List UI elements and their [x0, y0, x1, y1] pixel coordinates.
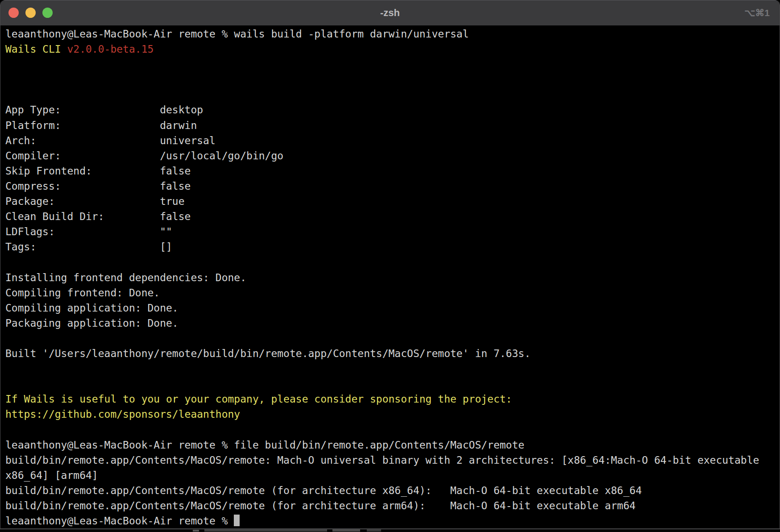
terminal-text-segment: Package: true — [5, 195, 185, 207]
terminal-text-segment: Built '/Users/leaanthony/remote/build/bi… — [5, 348, 531, 359]
terminal-window: -zsh ⌥⌘1 leaanthony@Leas-MacBook-Air rem… — [0, 0, 780, 529]
terminal-line: Platform: darwin — [5, 118, 776, 133]
terminal-line: Built '/Users/leaanthony/remote/build/bi… — [5, 346, 776, 361]
terminal-line: Packaging application: Done. — [5, 316, 776, 331]
terminal-line — [5, 422, 776, 437]
terminal-line: leaanthony@Leas-MacBook-Air remote % wai… — [5, 26, 776, 42]
terminal-line — [5, 361, 776, 376]
terminal-text-segment: Packaging application: Done. — [5, 317, 178, 329]
terminal-text-segment: Platform: darwin — [5, 120, 197, 131]
terminal-line: Compiling application: Done. — [5, 300, 776, 316]
background-artifact — [204, 529, 327, 532]
terminal-line — [5, 87, 776, 102]
terminal-line: Wails CLI v2.0.0-beta.15 — [5, 42, 776, 57]
terminal-text-segment: Compiling frontend: Done. — [5, 287, 160, 299]
terminal-line: leaanthony@Leas-MacBook-Air remote % — [5, 513, 776, 528]
terminal-text-segment: Skip Frontend: false — [5, 165, 191, 177]
terminal-line: build/bin/remote.app/Contents/MacOS/remo… — [5, 483, 776, 498]
terminal-text-segment: Clean Build Dir: false — [5, 211, 191, 222]
terminal-line: Compress: false — [5, 179, 776, 194]
titlebar[interactable]: -zsh ⌥⌘1 — [0, 0, 780, 26]
terminal-text-segment: Compiler: /usr/local/go/bin/go — [5, 150, 283, 162]
terminal-line: Tags: [] — [5, 239, 776, 254]
terminal-text-segment: build/bin/remote.app/Contents/MacOS/remo… — [5, 454, 765, 466]
terminal-text-segment: Wails CLI — [5, 43, 67, 55]
terminal-text-segment: build/bin/remote.app/Contents/MacOS/remo… — [5, 485, 642, 496]
terminal-line: Clean Build Dir: false — [5, 209, 776, 224]
terminal-line — [5, 57, 776, 72]
terminal-line: x86_64] [arm64] — [5, 468, 776, 483]
terminal-text-segment: Arch: universal — [5, 135, 216, 146]
terminal-line: Compiling frontend: Done. — [5, 285, 776, 300]
terminal-line — [5, 254, 776, 270]
terminal-text-segment: leaanthony@Leas-MacBook-Air remote % fil… — [5, 439, 524, 451]
window-shortcut-badge: ⌥⌘1 — [744, 0, 770, 25]
terminal-text-segment: Compress: false — [5, 180, 191, 192]
terminal-text-segment: v2.0.0-beta.15 — [67, 43, 154, 55]
terminal-text-segment: https://github.com/sponsors/leaanthony — [5, 408, 240, 420]
terminal-line: leaanthony@Leas-MacBook-Air remote % fil… — [5, 437, 776, 453]
terminal-text-segment: App Type: desktop — [5, 104, 203, 116]
terminal-line — [5, 376, 776, 391]
terminal-line: Arch: universal — [5, 133, 776, 148]
terminal-line: build/bin/remote.app/Contents/MacOS/remo… — [5, 498, 776, 513]
terminal-line — [5, 331, 776, 346]
background-artifact — [367, 529, 381, 532]
background-artifact — [193, 530, 199, 532]
terminal-line: LDFlags: "" — [5, 224, 776, 239]
background-artifact — [332, 529, 360, 532]
terminal-text-segment: leaanthony@Leas-MacBook-Air remote % wai… — [5, 28, 469, 40]
terminal-line: https://github.com/sponsors/leaanthony — [5, 407, 776, 422]
background-window-edge — [0, 529, 780, 532]
terminal-text-segment: If Wails is useful to you or your compan… — [5, 393, 512, 405]
cursor — [234, 515, 240, 526]
terminal-text-segment: LDFlags: "" — [5, 226, 172, 237]
terminal-line: Package: true — [5, 194, 776, 209]
terminal-line: Installing frontend dependencies: Done. — [5, 270, 776, 285]
terminal-line — [5, 72, 776, 87]
terminal-output[interactable]: leaanthony@Leas-MacBook-Air remote % wai… — [0, 25, 780, 528]
window-title: -zsh — [0, 0, 780, 25]
terminal-text-segment: x86_64] [arm64] — [5, 470, 98, 481]
terminal-line: Compiler: /usr/local/go/bin/go — [5, 148, 776, 163]
terminal-text-segment: Tags: [] — [5, 241, 172, 253]
terminal-line: Skip Frontend: false — [5, 163, 776, 179]
terminal-text-segment: Compiling application: Done. — [5, 302, 178, 314]
terminal-line: build/bin/remote.app/Contents/MacOS/remo… — [5, 453, 776, 468]
terminal-text-segment: Installing frontend dependencies: Done. — [5, 272, 246, 283]
terminal-line: If Wails is useful to you or your compan… — [5, 391, 776, 407]
terminal-line: App Type: desktop — [5, 102, 776, 117]
terminal-text-segment: build/bin/remote.app/Contents/MacOS/remo… — [5, 500, 635, 511]
terminal-text-segment: leaanthony@Leas-MacBook-Air remote % — [5, 515, 234, 527]
